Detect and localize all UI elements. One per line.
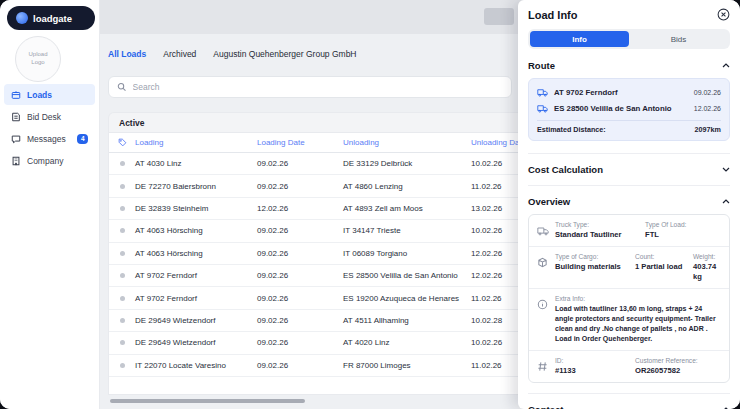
route-stop-date: 09.02.26 xyxy=(694,89,721,96)
loading-cell: DE 29649 Wietzendorf xyxy=(135,338,257,347)
loading-cell: AT 4063 Hörsching xyxy=(135,249,257,258)
chevron-up-icon xyxy=(722,63,730,68)
sidebar: loadgate Upload Logo Loads Bid Desk Mess… xyxy=(0,0,100,409)
status-dot xyxy=(120,184,125,189)
loading-cell: DE 29649 Wietzendorf xyxy=(135,316,257,325)
route-section-title: Route xyxy=(528,60,555,71)
drawer-title: Load Info xyxy=(528,9,578,21)
loading-cell: AT 4063 Hörsching xyxy=(135,226,257,235)
loading-date-cell: 09.02.26 xyxy=(257,316,343,325)
loadgate-logo[interactable]: loadgate xyxy=(7,6,95,30)
status-dot xyxy=(120,228,125,233)
truck-type-label: Truck Type: xyxy=(555,221,639,228)
loading-cell: DE 32839 Steinheim xyxy=(135,204,257,213)
unloading-cell: AT 4511 Allhaming xyxy=(343,316,471,325)
overview-card: Truck Type: Standard Tautliner Type Of L… xyxy=(528,214,730,383)
info-icon xyxy=(537,295,549,345)
count-value: 1 Partial load xyxy=(635,262,687,272)
unloading-cell: IT 06089 Torgiano xyxy=(343,249,471,258)
overview-section-header[interactable]: Overview xyxy=(528,185,730,207)
loads-tabs: All Loads Archived Augustin Quehenberger… xyxy=(108,49,357,59)
route-stop-location: ES 28500 Velilla de San Antonio xyxy=(554,104,688,113)
tab-bids[interactable]: Bids xyxy=(629,31,728,47)
search-input[interactable] xyxy=(133,82,503,92)
col-header-loading-date[interactable]: Loading Date xyxy=(257,138,343,147)
unloading-cell: AT 4860 Lenzing xyxy=(343,182,471,191)
status-dot xyxy=(120,363,125,368)
route-divider xyxy=(537,120,721,121)
tab-company-group[interactable]: Augustin Quehenberger Group GmbH xyxy=(213,49,356,59)
active-section-title: Active xyxy=(119,118,145,128)
tab-all-loads[interactable]: All Loads xyxy=(108,49,146,59)
search-box xyxy=(108,76,512,98)
count-label: Count: xyxy=(635,253,687,260)
col-header-loading[interactable]: Loading xyxy=(135,138,257,147)
loading-cell: DE 72270 Baiersbronn xyxy=(135,182,257,191)
chevron-up-icon xyxy=(722,199,730,204)
hash-icon xyxy=(537,357,549,376)
sidebar-item-messages[interactable]: Messages 4 xyxy=(4,128,95,149)
sidebar-nav: Loads Bid Desk Messages 4 Company xyxy=(0,84,99,171)
loading-cell: AT 9702 Ferndorf xyxy=(135,294,257,303)
customer-reference-value: OR26057582 xyxy=(635,366,721,376)
id-value: #1133 xyxy=(555,366,629,376)
horizontal-scrollbar[interactable] xyxy=(110,399,305,403)
status-dot xyxy=(120,318,125,323)
route-stop: ES 28500 Velilla de San Antonio 12.02.26 xyxy=(537,100,721,116)
extra-info-row: Extra Info: Load with tautliner 13,60 m … xyxy=(529,289,729,352)
truck-departure-icon xyxy=(537,88,548,97)
status-dot xyxy=(120,161,125,166)
loading-date-cell: 09.02.26 xyxy=(257,338,343,347)
loading-date-cell: 09.02.26 xyxy=(257,249,343,258)
customer-reference-label: Customer Reference: xyxy=(635,357,721,364)
status-dot xyxy=(120,296,125,301)
unloading-cell: AT 4893 Zell am Moos xyxy=(343,204,471,213)
unloading-cell: AT 4020 Linz xyxy=(343,338,471,347)
truck-type-row: Truck Type: Standard Tautliner Type Of L… xyxy=(529,215,729,247)
load-type-value: FTL xyxy=(645,230,721,240)
unloading-cell: DE 33129 Delbrück xyxy=(343,159,471,168)
truck-icon xyxy=(537,221,549,240)
sidebar-item-company[interactable]: Company xyxy=(4,150,95,171)
route-section-header[interactable]: Route xyxy=(528,60,730,71)
sidebar-item-loads[interactable]: Loads xyxy=(4,84,95,105)
cargo-box-icon xyxy=(537,253,549,282)
loading-date-cell: 09.02.26 xyxy=(257,294,343,303)
status-dot xyxy=(120,273,125,278)
status-dot xyxy=(120,340,125,345)
sidebar-item-label: Company xyxy=(27,156,63,166)
tag-icon xyxy=(118,138,127,147)
loading-date-cell: 09.02.26 xyxy=(257,271,343,280)
extra-info-value: Load with tautliner 13,60 m long, straps… xyxy=(555,304,721,345)
extra-info-label: Extra Info: xyxy=(555,295,721,302)
app-window: loadgate Upload Logo Loads Bid Desk Mess… xyxy=(0,0,740,409)
unloading-cell: FR 87000 Limoges xyxy=(343,361,471,370)
estimated-distance-row: Estimated Distance: 2097km xyxy=(537,124,721,135)
load-type-label: Type Of Load: xyxy=(645,221,721,228)
upload-logo-button[interactable]: Upload Logo xyxy=(15,36,61,82)
unloading-cell: ES 19200 Azuqueca de Henares xyxy=(343,294,471,303)
search-icon xyxy=(117,82,127,92)
loads-icon xyxy=(11,90,21,100)
sidebar-item-bid-desk[interactable]: Bid Desk xyxy=(4,106,95,127)
loading-cell: IT 22070 Locate Varesino xyxy=(135,361,257,370)
upload-logo-label: Upload Logo xyxy=(22,51,54,67)
col-header-unloading[interactable]: Unloading xyxy=(343,138,471,147)
status-dot xyxy=(120,206,125,211)
close-icon[interactable] xyxy=(717,8,730,21)
overview-title: Overview xyxy=(528,196,570,207)
tab-archived[interactable]: Archived xyxy=(163,49,196,59)
loading-date-cell: 09.02.26 xyxy=(257,226,343,235)
sidebar-item-label: Loads xyxy=(27,90,52,100)
load-info-drawer: Load Info Info Bids Route AT 9702 Ferndo… xyxy=(518,0,740,409)
tab-info[interactable]: Info xyxy=(530,31,629,47)
loading-date-cell: 09.02.26 xyxy=(257,182,343,191)
loading-date-cell: 09.02.26 xyxy=(257,361,343,370)
contact-section-header[interactable]: Contact xyxy=(528,393,730,409)
messages-count-badge: 4 xyxy=(77,134,88,144)
cost-calculation-section-header[interactable]: Cost Calculation xyxy=(528,153,730,175)
logo-text: loadgate xyxy=(33,13,72,24)
header-action-placeholder[interactable] xyxy=(484,8,514,25)
loadgate-logo-icon xyxy=(16,12,28,24)
cargo-type-value: Building materials xyxy=(555,262,629,272)
